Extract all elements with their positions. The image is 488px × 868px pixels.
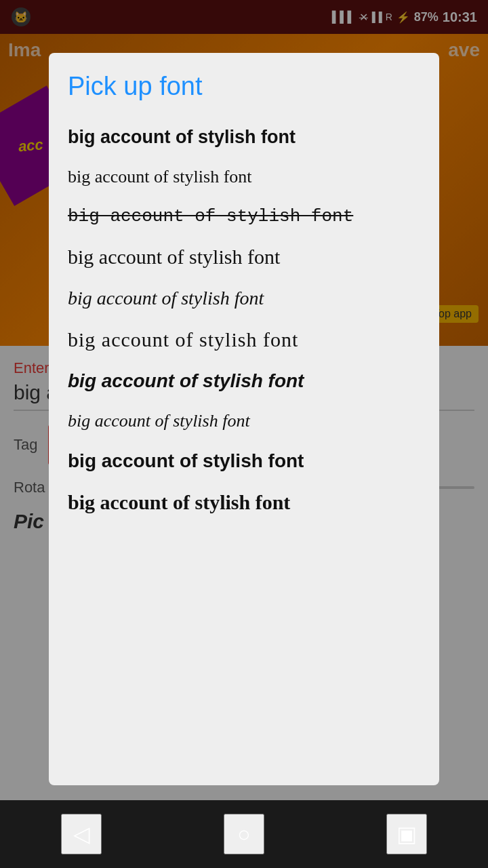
back-icon: ◁: [73, 821, 90, 847]
font-list-item[interactable]: big account of stylish font: [68, 157, 420, 197]
home-icon: ○: [237, 822, 250, 847]
font-list-item[interactable]: big account of stylish font: [68, 197, 420, 236]
font-list-item[interactable]: big account of stylish font: [68, 319, 420, 361]
home-button[interactable]: ○: [224, 814, 264, 854]
font-list: big account of stylish fontbig account o…: [68, 117, 420, 524]
back-button[interactable]: ◁: [61, 814, 102, 854]
bottom-nav: ◁ ○ ▣: [0, 800, 488, 868]
font-picker-dialog: Pick up font big account of stylish font…: [49, 53, 439, 785]
recent-button[interactable]: ▣: [386, 814, 427, 854]
font-list-item[interactable]: big account of stylish font: [68, 481, 420, 524]
font-list-item[interactable]: big account of stylish font: [68, 278, 420, 319]
font-list-item[interactable]: big account of stylish font: [68, 401, 420, 441]
dialog-title: Pick up font: [68, 72, 420, 101]
font-list-item[interactable]: big account of stylish font: [68, 236, 420, 278]
font-list-item[interactable]: big account of stylish font: [68, 441, 420, 481]
font-list-item[interactable]: big account of stylish font: [68, 117, 420, 157]
font-list-item[interactable]: big account of stylish font: [68, 361, 420, 401]
recent-icon: ▣: [396, 821, 417, 847]
